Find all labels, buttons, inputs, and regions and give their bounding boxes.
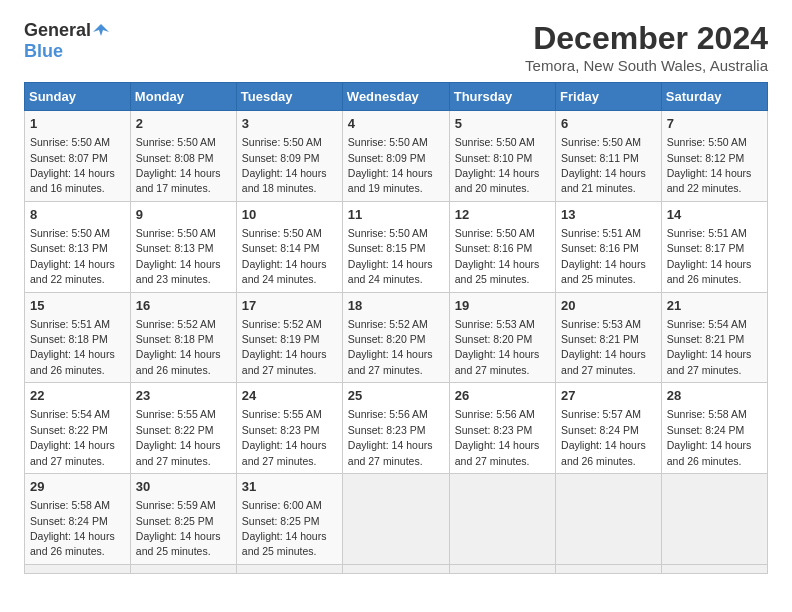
empty-cell — [661, 474, 767, 565]
sunrise-text: Sunrise: 5:50 AM — [242, 227, 322, 239]
sunrise-text: Sunrise: 5:50 AM — [455, 227, 535, 239]
sunrise-text: Sunrise: 5:53 AM — [455, 318, 535, 330]
col-header-saturday: Saturday — [661, 83, 767, 111]
title-area: December 2024 Temora, New South Wales, A… — [525, 20, 768, 74]
day-number: 18 — [348, 297, 444, 315]
sunset-text: Sunset: 8:09 PM — [242, 152, 320, 164]
calendar-day-cell: 13 Sunrise: 5:51 AM Sunset: 8:16 PM Dayl… — [556, 201, 662, 292]
day-number: 10 — [242, 206, 337, 224]
empty-cell — [342, 474, 449, 565]
logo-general: General — [24, 20, 91, 41]
sunrise-text: Sunrise: 5:53 AM — [561, 318, 641, 330]
sunrise-text: Sunrise: 5:56 AM — [348, 408, 428, 420]
calendar-day-cell: 29 Sunrise: 5:58 AM Sunset: 8:24 PM Dayl… — [25, 474, 131, 565]
calendar-day-cell: 12 Sunrise: 5:50 AM Sunset: 8:16 PM Dayl… — [449, 201, 555, 292]
day-number: 16 — [136, 297, 231, 315]
calendar-day-cell: 2 Sunrise: 5:50 AM Sunset: 8:08 PM Dayli… — [130, 111, 236, 202]
sunrise-text: Sunrise: 5:56 AM — [455, 408, 535, 420]
sunset-text: Sunset: 8:11 PM — [561, 152, 639, 164]
sunset-text: Sunset: 8:21 PM — [561, 333, 639, 345]
day-number: 12 — [455, 206, 550, 224]
sunrise-text: Sunrise: 5:51 AM — [667, 227, 747, 239]
day-number: 29 — [30, 478, 125, 496]
sunrise-text: Sunrise: 5:58 AM — [30, 499, 110, 511]
daylight-text: Daylight: 14 hours and 25 minutes. — [561, 258, 646, 285]
sunset-text: Sunset: 8:18 PM — [30, 333, 108, 345]
daylight-text: Daylight: 14 hours and 18 minutes. — [242, 167, 327, 194]
daylight-text: Daylight: 14 hours and 26 minutes. — [136, 348, 221, 375]
col-header-sunday: Sunday — [25, 83, 131, 111]
day-number: 5 — [455, 115, 550, 133]
logo-blue: Blue — [24, 41, 63, 61]
day-number: 28 — [667, 387, 762, 405]
calendar-day-cell: 19 Sunrise: 5:53 AM Sunset: 8:20 PM Dayl… — [449, 292, 555, 383]
day-number: 26 — [455, 387, 550, 405]
daylight-text: Daylight: 14 hours and 27 minutes. — [242, 439, 327, 466]
daylight-text: Daylight: 14 hours and 21 minutes. — [561, 167, 646, 194]
daylight-text: Daylight: 14 hours and 27 minutes. — [136, 439, 221, 466]
sunset-text: Sunset: 8:22 PM — [30, 424, 108, 436]
sunset-text: Sunset: 8:16 PM — [455, 242, 533, 254]
col-header-wednesday: Wednesday — [342, 83, 449, 111]
sunset-text: Sunset: 8:23 PM — [348, 424, 426, 436]
sunrise-text: Sunrise: 6:00 AM — [242, 499, 322, 511]
daylight-text: Daylight: 14 hours and 26 minutes. — [667, 258, 752, 285]
calendar-day-cell: 15 Sunrise: 5:51 AM Sunset: 8:18 PM Dayl… — [25, 292, 131, 383]
sunset-text: Sunset: 8:13 PM — [30, 242, 108, 254]
calendar-week-row — [25, 564, 768, 573]
calendar-day-cell: 18 Sunrise: 5:52 AM Sunset: 8:20 PM Dayl… — [342, 292, 449, 383]
day-number: 30 — [136, 478, 231, 496]
location-title: Temora, New South Wales, Australia — [525, 57, 768, 74]
empty-cell — [25, 564, 131, 573]
day-number: 14 — [667, 206, 762, 224]
calendar-day-cell: 23 Sunrise: 5:55 AM Sunset: 8:22 PM Dayl… — [130, 383, 236, 474]
calendar-header-row: SundayMondayTuesdayWednesdayThursdayFrid… — [25, 83, 768, 111]
sunset-text: Sunset: 8:25 PM — [136, 515, 214, 527]
day-number: 15 — [30, 297, 125, 315]
daylight-text: Daylight: 14 hours and 23 minutes. — [136, 258, 221, 285]
sunset-text: Sunset: 8:14 PM — [242, 242, 320, 254]
sunset-text: Sunset: 8:19 PM — [242, 333, 320, 345]
day-number: 1 — [30, 115, 125, 133]
sunrise-text: Sunrise: 5:50 AM — [455, 136, 535, 148]
sunset-text: Sunset: 8:08 PM — [136, 152, 214, 164]
sunset-text: Sunset: 8:23 PM — [455, 424, 533, 436]
sunrise-text: Sunrise: 5:52 AM — [348, 318, 428, 330]
daylight-text: Daylight: 14 hours and 26 minutes. — [30, 530, 115, 557]
daylight-text: Daylight: 14 hours and 26 minutes. — [561, 439, 646, 466]
daylight-text: Daylight: 14 hours and 27 minutes. — [455, 439, 540, 466]
calendar-day-cell: 17 Sunrise: 5:52 AM Sunset: 8:19 PM Dayl… — [236, 292, 342, 383]
col-header-monday: Monday — [130, 83, 236, 111]
daylight-text: Daylight: 14 hours and 27 minutes. — [667, 348, 752, 375]
sunset-text: Sunset: 8:23 PM — [242, 424, 320, 436]
empty-cell — [130, 564, 236, 573]
calendar-day-cell: 3 Sunrise: 5:50 AM Sunset: 8:09 PM Dayli… — [236, 111, 342, 202]
calendar-week-row: 29 Sunrise: 5:58 AM Sunset: 8:24 PM Dayl… — [25, 474, 768, 565]
calendar-day-cell: 1 Sunrise: 5:50 AM Sunset: 8:07 PM Dayli… — [25, 111, 131, 202]
calendar-day-cell: 22 Sunrise: 5:54 AM Sunset: 8:22 PM Dayl… — [25, 383, 131, 474]
sunset-text: Sunset: 8:24 PM — [561, 424, 639, 436]
calendar-day-cell: 21 Sunrise: 5:54 AM Sunset: 8:21 PM Dayl… — [661, 292, 767, 383]
calendar-day-cell: 10 Sunrise: 5:50 AM Sunset: 8:14 PM Dayl… — [236, 201, 342, 292]
empty-cell — [556, 474, 662, 565]
sunset-text: Sunset: 8:17 PM — [667, 242, 745, 254]
day-number: 7 — [667, 115, 762, 133]
sunrise-text: Sunrise: 5:50 AM — [136, 227, 216, 239]
calendar-day-cell: 11 Sunrise: 5:50 AM Sunset: 8:15 PM Dayl… — [342, 201, 449, 292]
col-header-tuesday: Tuesday — [236, 83, 342, 111]
sunset-text: Sunset: 8:16 PM — [561, 242, 639, 254]
day-number: 6 — [561, 115, 656, 133]
sunrise-text: Sunrise: 5:55 AM — [242, 408, 322, 420]
sunset-text: Sunset: 8:13 PM — [136, 242, 214, 254]
daylight-text: Daylight: 14 hours and 17 minutes. — [136, 167, 221, 194]
day-number: 11 — [348, 206, 444, 224]
day-number: 23 — [136, 387, 231, 405]
empty-cell — [342, 564, 449, 573]
empty-cell — [236, 564, 342, 573]
sunset-text: Sunset: 8:25 PM — [242, 515, 320, 527]
daylight-text: Daylight: 14 hours and 25 minutes. — [136, 530, 221, 557]
day-number: 24 — [242, 387, 337, 405]
daylight-text: Daylight: 14 hours and 22 minutes. — [30, 258, 115, 285]
calendar-day-cell: 6 Sunrise: 5:50 AM Sunset: 8:11 PM Dayli… — [556, 111, 662, 202]
calendar-day-cell: 28 Sunrise: 5:58 AM Sunset: 8:24 PM Dayl… — [661, 383, 767, 474]
